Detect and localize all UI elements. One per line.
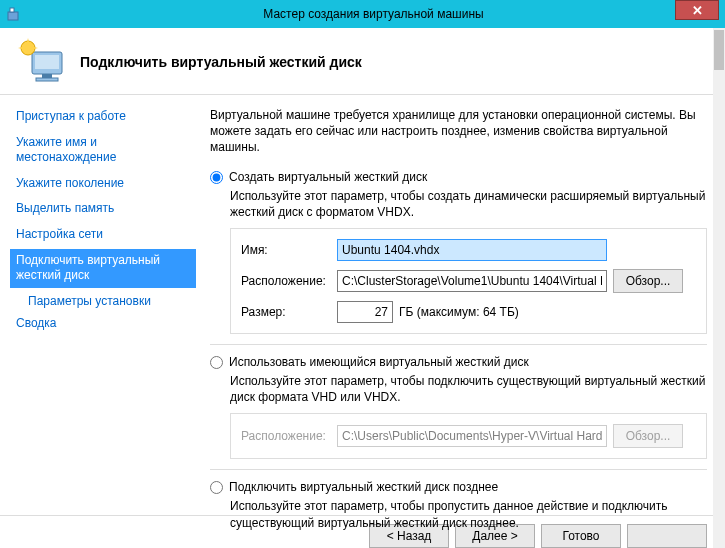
sidebar-item-install-options[interactable]: Параметры установки <box>10 290 196 312</box>
option-create-vhd: Создать виртуальный жесткий диск Использ… <box>210 170 707 334</box>
name-input[interactable] <box>337 239 607 261</box>
radio-create-vhd[interactable] <box>210 171 223 184</box>
scrollbar[interactable] <box>713 28 725 548</box>
page-title: Подключить виртуальный жесткий диск <box>80 54 362 70</box>
wizard-header: Подключить виртуальный жесткий диск <box>0 28 725 95</box>
option-create-desc: Используйте этот параметр, чтобы создать… <box>230 188 707 220</box>
location-input[interactable] <box>337 270 607 292</box>
radio-use-existing[interactable] <box>210 356 223 369</box>
app-icon <box>6 6 22 22</box>
option-existing-label: Использовать имеющийся виртуальный жестк… <box>229 355 529 369</box>
scrollbar-thumb[interactable] <box>714 30 724 70</box>
wizard-content: Виртуальной машине требуется хранилище д… <box>200 95 725 515</box>
svg-rect-5 <box>36 78 58 81</box>
existing-fields: Расположение: Обзор... <box>230 413 707 459</box>
separator <box>210 344 707 345</box>
size-input[interactable] <box>337 301 393 323</box>
size-unit: ГБ (максимум: 64 ТБ) <box>399 305 519 319</box>
option-later-desc: Используйте этот параметр, чтобы пропуст… <box>230 498 707 530</box>
titlebar: Мастер создания виртуальной машины ✕ <box>0 0 725 28</box>
location-label: Расположение: <box>241 274 331 288</box>
svg-rect-3 <box>35 55 59 69</box>
existing-browse-button: Обзор... <box>613 424 683 448</box>
option-attach-later: Подключить виртуальный жесткий диск позд… <box>210 480 707 530</box>
svg-rect-1 <box>10 8 14 12</box>
option-later-label: Подключить виртуальный жесткий диск позд… <box>229 480 498 494</box>
separator <box>210 469 707 470</box>
sidebar-item-network[interactable]: Настройка сети <box>10 223 196 247</box>
sidebar-item-summary[interactable]: Сводка <box>10 312 196 336</box>
intro-text: Виртуальной машине требуется хранилище д… <box>210 107 707 156</box>
name-label: Имя: <box>241 243 331 257</box>
sidebar-item-generation[interactable]: Укажите поколение <box>10 172 196 196</box>
sidebar-item-name-location[interactable]: Укажите имя и местонахождение <box>10 131 196 170</box>
existing-location-input <box>337 425 607 447</box>
close-icon: ✕ <box>692 4 703 17</box>
sidebar-item-begin[interactable]: Приступая к работе <box>10 105 196 129</box>
sidebar-item-connect-vhd[interactable]: Подключить виртуальный жесткий диск <box>10 249 196 288</box>
radio-attach-later[interactable] <box>210 481 223 494</box>
window-title: Мастер создания виртуальной машины <box>22 7 725 21</box>
option-create-label: Создать виртуальный жесткий диск <box>229 170 427 184</box>
close-button[interactable]: ✕ <box>675 0 719 20</box>
svg-rect-0 <box>8 12 18 20</box>
svg-rect-4 <box>42 74 52 78</box>
create-fields: Имя: Расположение: Обзор... Размер: ГБ (… <box>230 228 707 334</box>
sidebar-item-memory[interactable]: Выделить память <box>10 197 196 221</box>
existing-location-label: Расположение: <box>241 429 331 443</box>
option-use-existing: Использовать имеющийся виртуальный жестк… <box>210 355 707 459</box>
option-existing-desc: Используйте этот параметр, чтобы подключ… <box>230 373 707 405</box>
browse-button[interactable]: Обзор... <box>613 269 683 293</box>
wizard-sidebar: Приступая к работе Укажите имя и местона… <box>0 95 200 515</box>
size-label: Размер: <box>241 305 331 319</box>
wizard-icon <box>18 38 66 86</box>
